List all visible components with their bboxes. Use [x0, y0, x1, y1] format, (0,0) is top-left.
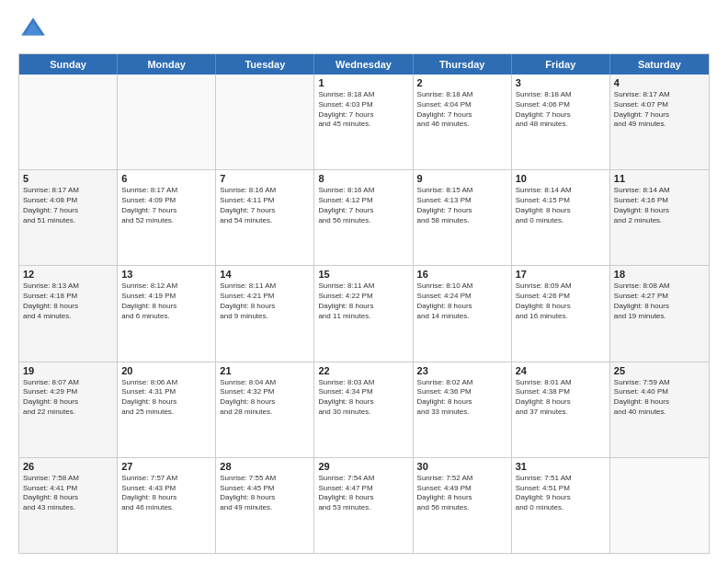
day-number: 3: [516, 77, 606, 88]
cell-info: Sunrise: 8:07 AM Sunset: 4:29 PM Dayligh…: [23, 378, 113, 418]
calendar-cell: 18Sunrise: 8:08 AM Sunset: 4:27 PM Dayli…: [610, 266, 709, 361]
day-number: 23: [417, 365, 507, 376]
calendar-cell: [216, 75, 314, 169]
day-number: 6: [121, 173, 211, 184]
cell-info: Sunrise: 8:06 AM Sunset: 4:31 PM Dayligh…: [121, 378, 211, 418]
cell-info: Sunrise: 7:51 AM Sunset: 4:51 PM Dayligh…: [516, 474, 606, 513]
day-number: 8: [318, 173, 408, 184]
cell-info: Sunrise: 8:18 AM Sunset: 4:06 PM Dayligh…: [516, 90, 606, 130]
cell-info: Sunrise: 8:14 AM Sunset: 4:15 PM Dayligh…: [516, 186, 606, 225]
calendar-cell: 23Sunrise: 8:02 AM Sunset: 4:36 PM Dayli…: [414, 362, 512, 457]
calendar-cell: [610, 458, 709, 553]
page: SundayMondayTuesdayWednesdayThursdayFrid…: [0, 0, 728, 563]
day-number: 9: [417, 173, 507, 184]
calendar-cell: 16Sunrise: 8:10 AM Sunset: 4:24 PM Dayli…: [414, 266, 512, 361]
calendar-cell: 2Sunrise: 8:18 AM Sunset: 4:04 PM Daylig…: [414, 75, 512, 169]
cell-info: Sunrise: 8:12 AM Sunset: 4:19 PM Dayligh…: [121, 282, 211, 321]
calendar-cell: [118, 75, 216, 169]
cell-info: Sunrise: 8:13 AM Sunset: 4:18 PM Dayligh…: [23, 282, 113, 321]
cell-info: Sunrise: 7:54 AM Sunset: 4:47 PM Dayligh…: [318, 474, 408, 513]
calendar-cell: 8Sunrise: 8:16 AM Sunset: 4:12 PM Daylig…: [314, 170, 413, 265]
calendar: SundayMondayTuesdayWednesdayThursdayFrid…: [18, 53, 710, 554]
day-number: 22: [318, 365, 408, 376]
header-day: Wednesday: [314, 54, 413, 75]
cell-info: Sunrise: 8:18 AM Sunset: 4:03 PM Dayligh…: [318, 90, 408, 130]
cell-info: Sunrise: 7:55 AM Sunset: 4:45 PM Dayligh…: [220, 474, 310, 513]
cell-info: Sunrise: 7:52 AM Sunset: 4:49 PM Dayligh…: [417, 474, 507, 513]
day-number: 27: [121, 461, 211, 472]
header: [18, 15, 710, 44]
calendar-cell: [19, 75, 118, 169]
day-number: 29: [318, 461, 408, 472]
header-day: Monday: [118, 54, 216, 75]
cell-info: Sunrise: 8:14 AM Sunset: 4:16 PM Dayligh…: [614, 186, 705, 225]
calendar-cell: 20Sunrise: 8:06 AM Sunset: 4:31 PM Dayli…: [118, 362, 216, 457]
day-number: 15: [318, 269, 408, 280]
cell-info: Sunrise: 8:16 AM Sunset: 4:12 PM Dayligh…: [318, 186, 408, 225]
cell-info: Sunrise: 8:02 AM Sunset: 4:36 PM Dayligh…: [417, 378, 507, 418]
day-number: 1: [318, 77, 408, 88]
calendar-cell: 21Sunrise: 8:04 AM Sunset: 4:32 PM Dayli…: [216, 362, 314, 457]
cell-info: Sunrise: 8:08 AM Sunset: 4:27 PM Dayligh…: [614, 282, 705, 321]
calendar-cell: 29Sunrise: 7:54 AM Sunset: 4:47 PM Dayli…: [314, 458, 413, 553]
cell-info: Sunrise: 8:11 AM Sunset: 4:21 PM Dayligh…: [220, 282, 310, 321]
day-number: 30: [417, 461, 507, 472]
calendar-cell: 28Sunrise: 7:55 AM Sunset: 4:45 PM Dayli…: [216, 458, 314, 553]
day-number: 13: [121, 269, 211, 280]
cell-info: Sunrise: 8:01 AM Sunset: 4:38 PM Dayligh…: [516, 378, 606, 418]
calendar-cell: 11Sunrise: 8:14 AM Sunset: 4:16 PM Dayli…: [610, 170, 709, 265]
calendar-row: 19Sunrise: 8:07 AM Sunset: 4:29 PM Dayli…: [19, 362, 709, 457]
calendar-cell: 15Sunrise: 8:11 AM Sunset: 4:22 PM Dayli…: [314, 266, 413, 361]
cell-info: Sunrise: 8:04 AM Sunset: 4:32 PM Dayligh…: [220, 378, 310, 418]
calendar-cell: 19Sunrise: 8:07 AM Sunset: 4:29 PM Dayli…: [19, 362, 118, 457]
day-number: 20: [121, 365, 211, 376]
header-day: Thursday: [414, 54, 512, 75]
cell-info: Sunrise: 8:17 AM Sunset: 4:09 PM Dayligh…: [121, 186, 211, 225]
day-number: 7: [220, 173, 310, 184]
calendar-cell: 7Sunrise: 8:16 AM Sunset: 4:11 PM Daylig…: [216, 170, 314, 265]
calendar-cell: 5Sunrise: 8:17 AM Sunset: 4:08 PM Daylig…: [19, 170, 118, 265]
day-number: 31: [516, 461, 606, 472]
calendar-cell: 12Sunrise: 8:13 AM Sunset: 4:18 PM Dayli…: [19, 266, 118, 361]
cell-info: Sunrise: 8:11 AM Sunset: 4:22 PM Dayligh…: [318, 282, 408, 321]
day-number: 4: [614, 77, 705, 88]
cell-info: Sunrise: 8:10 AM Sunset: 4:24 PM Dayligh…: [417, 282, 507, 321]
calendar-cell: 9Sunrise: 8:15 AM Sunset: 4:13 PM Daylig…: [414, 170, 512, 265]
day-number: 12: [23, 269, 113, 280]
cell-info: Sunrise: 8:17 AM Sunset: 4:08 PM Dayligh…: [23, 186, 113, 225]
cell-info: Sunrise: 8:03 AM Sunset: 4:34 PM Dayligh…: [318, 378, 408, 418]
calendar-cell: 14Sunrise: 8:11 AM Sunset: 4:21 PM Dayli…: [216, 266, 314, 361]
calendar-row: 26Sunrise: 7:58 AM Sunset: 4:41 PM Dayli…: [19, 457, 709, 553]
calendar-cell: 6Sunrise: 8:17 AM Sunset: 4:09 PM Daylig…: [118, 170, 216, 265]
calendar-cell: 1Sunrise: 8:18 AM Sunset: 4:03 PM Daylig…: [314, 75, 413, 169]
calendar-cell: 4Sunrise: 8:17 AM Sunset: 4:07 PM Daylig…: [610, 75, 709, 169]
logo-icon: [18, 15, 48, 44]
header-day: Saturday: [610, 54, 709, 75]
calendar-cell: 13Sunrise: 8:12 AM Sunset: 4:19 PM Dayli…: [118, 266, 216, 361]
calendar-row: 12Sunrise: 8:13 AM Sunset: 4:18 PM Dayli…: [19, 265, 709, 361]
calendar-cell: 17Sunrise: 8:09 AM Sunset: 4:26 PM Dayli…: [512, 266, 610, 361]
day-number: 16: [417, 269, 507, 280]
calendar-cell: 24Sunrise: 8:01 AM Sunset: 4:38 PM Dayli…: [512, 362, 610, 457]
calendar-row: 5Sunrise: 8:17 AM Sunset: 4:08 PM Daylig…: [19, 169, 709, 265]
header-day: Sunday: [19, 54, 118, 75]
header-day: Tuesday: [216, 54, 314, 75]
cell-info: Sunrise: 8:16 AM Sunset: 4:11 PM Dayligh…: [220, 186, 310, 225]
header-day: Friday: [512, 54, 610, 75]
day-number: 26: [23, 461, 113, 472]
cell-info: Sunrise: 8:17 AM Sunset: 4:07 PM Dayligh…: [614, 90, 705, 130]
calendar-header: SundayMondayTuesdayWednesdayThursdayFrid…: [19, 54, 709, 75]
calendar-cell: 31Sunrise: 7:51 AM Sunset: 4:51 PM Dayli…: [512, 458, 610, 553]
cell-info: Sunrise: 8:18 AM Sunset: 4:04 PM Dayligh…: [417, 90, 507, 130]
logo: [18, 15, 53, 44]
calendar-cell: 3Sunrise: 8:18 AM Sunset: 4:06 PM Daylig…: [512, 75, 610, 169]
calendar-cell: 22Sunrise: 8:03 AM Sunset: 4:34 PM Dayli…: [314, 362, 413, 457]
day-number: 25: [614, 365, 705, 376]
calendar-cell: 27Sunrise: 7:57 AM Sunset: 4:43 PM Dayli…: [118, 458, 216, 553]
day-number: 5: [23, 173, 113, 184]
calendar-row: 1Sunrise: 8:18 AM Sunset: 4:03 PM Daylig…: [19, 75, 709, 169]
cell-info: Sunrise: 7:58 AM Sunset: 4:41 PM Dayligh…: [23, 474, 113, 513]
cell-info: Sunrise: 8:15 AM Sunset: 4:13 PM Dayligh…: [417, 186, 507, 225]
calendar-cell: 10Sunrise: 8:14 AM Sunset: 4:15 PM Dayli…: [512, 170, 610, 265]
calendar-cell: 25Sunrise: 7:59 AM Sunset: 4:40 PM Dayli…: [610, 362, 709, 457]
